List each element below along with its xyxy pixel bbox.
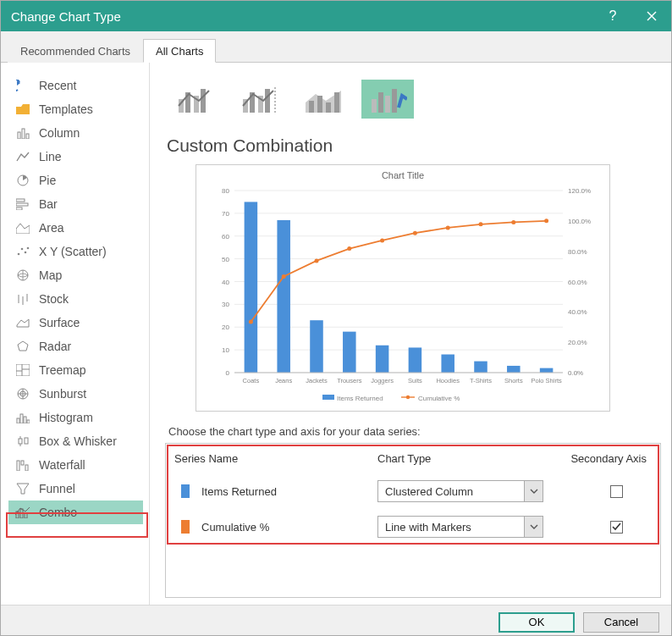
svg-text:Jeans: Jeans	[275, 377, 292, 384]
line-icon	[15, 149, 30, 164]
svg-rect-105	[540, 368, 554, 373]
svg-marker-19	[18, 341, 28, 351]
sidebar-item-column[interactable]: Column	[8, 121, 143, 145]
svg-rect-37	[21, 461, 24, 465]
svg-rect-50	[265, 89, 270, 113]
svg-rect-103	[507, 366, 521, 373]
subtype-icon	[175, 84, 214, 114]
sidebar-item-histogram[interactable]: Histogram	[8, 406, 143, 429]
sidebar-item-label: Combo	[39, 506, 77, 519]
pie-icon	[15, 173, 30, 188]
svg-rect-55	[326, 102, 331, 113]
surface-icon	[15, 315, 30, 330]
subtype-stacked-area-column[interactable]	[297, 80, 350, 119]
series-row-items-returned: Items Returned Clustered Column	[174, 473, 652, 509]
sidebar-item-label: Waterfall	[39, 458, 85, 472]
svg-text:120.0%: 120.0%	[568, 187, 591, 195]
svg-rect-9	[16, 207, 22, 210]
sidebar-item-recent[interactable]: Recent	[8, 74, 143, 97]
sidebar-item-treemap[interactable]: Treemap	[8, 358, 143, 382]
subtype-custom-combination[interactable]	[361, 80, 414, 119]
svg-rect-101	[474, 362, 487, 373]
svg-rect-97	[409, 347, 422, 373]
svg-rect-93	[343, 332, 356, 373]
svg-text:60.0%: 60.0%	[568, 279, 587, 286]
chevron-down-icon	[524, 517, 543, 537]
sidebar-item-label: Bar	[39, 197, 58, 211]
svg-rect-57	[372, 99, 377, 113]
sidebar-item-label: Radar	[39, 340, 71, 353]
histogram-icon	[15, 410, 30, 425]
recent-icon	[15, 78, 30, 93]
svg-text:20: 20	[222, 324, 229, 331]
sidebar-item-stock[interactable]: Stock	[8, 287, 143, 311]
chart-preview-svg: Chart Title010203040506070800.0%20.0%40.…	[196, 165, 609, 411]
svg-rect-118	[322, 395, 334, 400]
subtype-clustered-line-secondary[interactable]	[233, 80, 285, 119]
templates-icon	[15, 102, 30, 117]
sidebar-item-label: Column	[39, 126, 80, 140]
funnel-icon	[15, 481, 30, 496]
combo-icon	[15, 505, 30, 520]
subtype-icon	[240, 84, 278, 114]
sidebar-item-bar[interactable]: Bar	[8, 192, 143, 216]
svg-rect-42	[25, 513, 27, 518]
svg-rect-41	[20, 509, 23, 518]
svg-rect-58	[378, 92, 383, 113]
secondary-axis-checkbox[interactable]	[610, 521, 623, 534]
svg-text:100.0%: 100.0%	[568, 218, 591, 225]
sidebar-item-surface[interactable]: Surface	[8, 311, 143, 335]
window-title: Change Chart Type	[11, 9, 121, 24]
chart-type-dropdown[interactable]: Clustered Column	[377, 480, 543, 502]
svg-rect-30	[24, 417, 26, 423]
svg-rect-60	[392, 89, 397, 113]
chart-preview[interactable]: Chart Title010203040506070800.0%20.0%40.…	[196, 164, 610, 412]
sidebar-item-label: Surface	[39, 316, 80, 329]
secondary-axis-checkbox[interactable]	[610, 485, 623, 498]
chevron-down-icon	[524, 481, 543, 501]
sidebar-item-sunburst[interactable]: Sunburst	[8, 382, 143, 406]
svg-text:Trousers: Trousers	[337, 377, 362, 384]
sidebar-item-waterfall[interactable]: Waterfall	[8, 453, 143, 477]
svg-text:80.0%: 80.0%	[568, 248, 587, 256]
sidebar-item-funnel[interactable]: Funnel	[8, 477, 143, 501]
cancel-button[interactable]: Cancel	[583, 612, 659, 633]
ok-button[interactable]: OK	[498, 612, 575, 633]
sidebar-item-templates[interactable]: Templates	[8, 97, 143, 121]
svg-rect-54	[317, 96, 322, 113]
sidebar-item-radar[interactable]: Radar	[8, 335, 143, 358]
svg-rect-31	[27, 420, 30, 423]
sidebar-item-boxwhisker[interactable]: Box & Whisker	[8, 429, 143, 453]
dropdown-value: Line with Markers	[378, 521, 524, 534]
area-icon	[15, 220, 30, 235]
sidebar-item-map[interactable]: Map	[8, 263, 143, 287]
close-button[interactable]	[632, 1, 671, 31]
help-button[interactable]: ?	[593, 1, 632, 31]
tab-recommended[interactable]: Recommended Charts	[8, 39, 143, 63]
svg-rect-5	[26, 134, 29, 139]
series-name-label: Cumulative %	[201, 521, 377, 534]
sidebar-item-area[interactable]: Area	[8, 216, 143, 240]
sidebar-item-label: Box & Whisker	[39, 434, 117, 448]
sidebar-item-label: Sunburst	[39, 387, 86, 401]
svg-text:Items Returned: Items Returned	[337, 395, 383, 402]
svg-point-11	[18, 253, 20, 256]
col-chart-type: Chart Type	[377, 452, 568, 465]
radar-icon	[15, 339, 30, 354]
sidebar-item-line[interactable]: Line	[8, 145, 143, 169]
sidebar-item-combo[interactable]: Combo	[8, 501, 143, 524]
series-config-box: Series Name Chart Type Secondary Axis It…	[165, 443, 661, 598]
scatter-icon	[15, 244, 30, 259]
sunburst-icon	[15, 386, 30, 401]
chart-type-dropdown[interactable]: Line with Markers	[377, 516, 543, 538]
sidebar-item-pie[interactable]: Pie	[8, 169, 143, 192]
sidebar-item-label: Funnel	[39, 482, 75, 495]
close-icon	[647, 11, 657, 21]
subtype-clustered-line[interactable]	[168, 80, 221, 119]
svg-rect-35	[25, 438, 28, 444]
svg-rect-32	[19, 439, 22, 444]
sidebar-item-scatter[interactable]: X Y (Scatter)	[8, 240, 143, 263]
tab-all-charts[interactable]: All Charts	[143, 39, 216, 63]
bar-icon	[15, 196, 30, 212]
svg-text:70: 70	[222, 210, 229, 218]
